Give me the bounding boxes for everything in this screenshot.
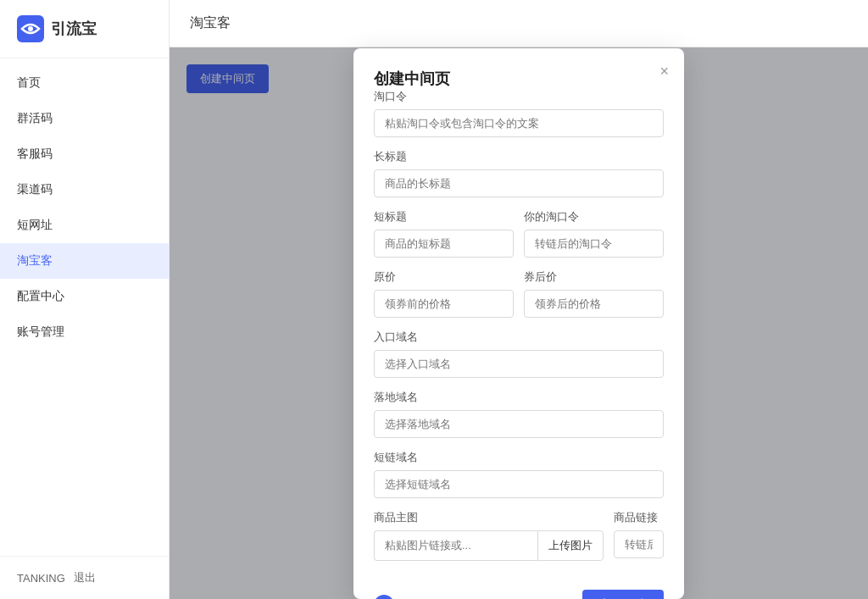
footer-username: TANKING xyxy=(17,572,65,585)
short-title-input[interactable] xyxy=(374,230,514,258)
your-tao-ling-input[interactable] xyxy=(524,230,664,258)
your-tao-ling-group: 你的淘口令 xyxy=(524,209,664,258)
entry-domain-group: 入口域名 xyxy=(374,330,664,378)
product-image-label: 商品主图 xyxy=(374,510,604,525)
sidebar: 引流宝 首页 群活码 客服码 渠道码 短网址 淘宝客 配置中心 账号管理 TAN… xyxy=(0,0,170,599)
short-link-domain-group: 短链域名 xyxy=(374,450,664,498)
main-title: 淘宝客 xyxy=(190,14,231,32)
sidebar-item-taobaoke[interactable]: 淘宝客 xyxy=(0,243,169,279)
submit-button[interactable]: 立即创建 xyxy=(582,590,664,599)
original-price-input[interactable] xyxy=(374,290,514,318)
long-title-label: 长标题 xyxy=(374,149,664,164)
tao-kou-ling-input[interactable] xyxy=(374,109,664,137)
sidebar-item-home[interactable]: 首页 xyxy=(0,65,169,101)
sidebar-logo: 引流宝 xyxy=(0,0,169,58)
main-header: 淘宝客 xyxy=(170,0,868,47)
short-title-label: 短标题 xyxy=(374,209,514,225)
your-tao-ling-label: 你的淘口令 xyxy=(524,209,664,225)
product-row: 商品主图 上传图片 商品链接 xyxy=(374,510,664,573)
original-price-label: 原价 xyxy=(374,269,514,285)
help-button[interactable]: ? xyxy=(374,595,394,599)
sidebar-item-peizhizhongxin[interactable]: 配置中心 xyxy=(0,279,169,314)
long-title-group: 长标题 xyxy=(374,149,664,197)
sidebar-item-qunhuoma[interactable]: 群活码 xyxy=(0,101,169,136)
sidebar-item-qudaoma[interactable]: 渠道码 xyxy=(0,172,169,208)
sidebar-footer: TANKING 退出 xyxy=(0,556,169,599)
short-link-domain-input[interactable] xyxy=(374,470,664,498)
short-title-group: 短标题 xyxy=(374,209,514,258)
dialog-footer: ? 立即创建 xyxy=(374,590,664,599)
logout-link[interactable]: 退出 xyxy=(74,570,96,585)
product-image-input[interactable] xyxy=(374,530,537,561)
original-price-group: 原价 xyxy=(374,269,514,318)
create-dialog: 创建中间页 × 淘口令 长标题 短标题 xyxy=(353,48,684,599)
landing-domain-label: 落地域名 xyxy=(374,390,664,405)
short-title-row: 短标题 你的淘口令 xyxy=(374,209,664,269)
coupon-price-label: 券后价 xyxy=(524,269,664,285)
svg-point-1 xyxy=(28,26,33,31)
coupon-price-input[interactable] xyxy=(524,290,664,318)
logo-text: 引流宝 xyxy=(51,19,97,39)
coupon-price-group: 券后价 xyxy=(524,269,664,318)
entry-domain-label: 入口域名 xyxy=(374,330,664,345)
tao-kou-ling-group: 淘口令 xyxy=(374,89,664,137)
product-link-input[interactable] xyxy=(614,530,664,558)
logo-icon xyxy=(17,15,44,42)
sidebar-nav: 首页 群活码 客服码 渠道码 短网址 淘宝客 配置中心 账号管理 xyxy=(0,58,169,556)
close-button[interactable]: × xyxy=(659,64,669,79)
product-link-group: 商品链接 xyxy=(614,510,664,561)
entry-domain-input[interactable] xyxy=(374,350,664,378)
product-image-group: 商品主图 上传图片 xyxy=(374,510,604,561)
dialog-title: 创建中间页 xyxy=(374,70,450,87)
product-link-label: 商品链接 xyxy=(614,510,664,525)
sidebar-item-zhanghaoguanli[interactable]: 账号管理 xyxy=(0,314,169,350)
sidebar-item-duanwangzhi[interactable]: 短网址 xyxy=(0,208,169,243)
long-title-input[interactable] xyxy=(374,169,664,197)
upload-image-button[interactable]: 上传图片 xyxy=(537,530,604,561)
modal-overlay: 创建中间页 × 淘口令 长标题 短标题 xyxy=(170,47,868,599)
image-input-group: 上传图片 xyxy=(374,530,604,561)
price-row: 原价 券后价 xyxy=(374,269,664,330)
landing-domain-group: 落地域名 xyxy=(374,390,664,438)
main-body: 创建中间页 创建中间页 × 淘口令 长标题 短标题 xyxy=(170,47,868,599)
sidebar-item-kefuma[interactable]: 客服码 xyxy=(0,136,169,172)
main-content: 淘宝客 创建中间页 创建中间页 × 淘口令 长标题 xyxy=(170,0,868,599)
short-link-domain-label: 短链域名 xyxy=(374,450,664,465)
landing-domain-input[interactable] xyxy=(374,410,664,438)
tao-kou-ling-label: 淘口令 xyxy=(374,89,664,104)
